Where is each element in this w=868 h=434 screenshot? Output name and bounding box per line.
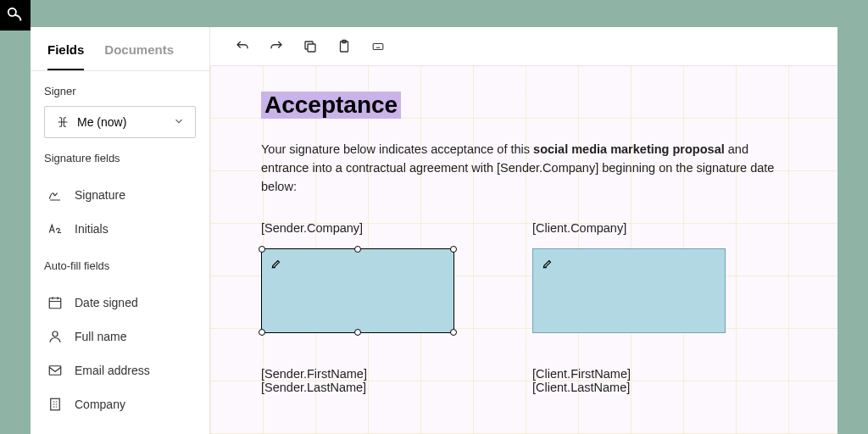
- field-date-signed-label: Date signed: [75, 296, 138, 309]
- field-initials[interactable]: Initials: [37, 212, 203, 246]
- client-name[interactable]: [Client.FirstName] [Client.LastName]: [532, 367, 727, 394]
- autofill-fields-section: Auto-fill fields: [31, 246, 209, 272]
- signature-fields-label: Signature fields: [44, 152, 196, 164]
- document-canvas[interactable]: Acceptance Your signature below indicate…: [210, 66, 837, 434]
- client-signature-col: [Client.Company]: [532, 221, 727, 333]
- signer-value: Me (now): [77, 115, 126, 129]
- paste-button[interactable]: [336, 38, 353, 55]
- field-signature-label: Signature: [75, 188, 125, 202]
- person-icon: [47, 329, 63, 344]
- undo-button[interactable]: [234, 38, 251, 55]
- svg-point-2: [53, 331, 58, 337]
- building-icon: [47, 397, 63, 412]
- field-company-label: Company: [75, 398, 125, 411]
- main-area: Acceptance Your signature below indicate…: [210, 27, 837, 434]
- svg-rect-8: [373, 43, 383, 49]
- sender-signature-field[interactable]: [261, 248, 454, 333]
- tab-documents[interactable]: Documents: [104, 42, 174, 70]
- calendar-icon: [47, 295, 63, 310]
- signature-icon: [47, 187, 63, 203]
- field-full-name-label: Full name: [75, 330, 126, 343]
- para-bold: social media marketing proposal: [533, 142, 725, 156]
- client-company-label[interactable]: [Client.Company]: [532, 221, 727, 235]
- sidebar-tabs: Fields Documents: [31, 27, 209, 71]
- sender-name[interactable]: [Sender.FirstName] [Sender.LastName]: [261, 367, 456, 394]
- document-content: Acceptance Your signature below indicate…: [210, 66, 837, 394]
- name-row: [Sender.FirstName] [Sender.LastName] [Cl…: [261, 367, 787, 394]
- svg-rect-4: [51, 398, 60, 410]
- sidebar: Fields Documents Signer Me (now) Signatu…: [31, 27, 210, 434]
- sender-company-label[interactable]: [Sender.Company]: [261, 221, 456, 235]
- app-window: Fields Documents Signer Me (now) Signatu…: [31, 27, 837, 434]
- doc-paragraph[interactable]: Your signature below indicates acceptanc…: [261, 141, 787, 196]
- field-signature[interactable]: Signature: [37, 178, 203, 212]
- envelope-icon: [47, 363, 63, 378]
- svg-point-0: [8, 8, 16, 16]
- signature-row: [Sender.Company]: [261, 221, 787, 333]
- signer-section: Signer Me (now): [31, 71, 209, 138]
- copy-button[interactable]: [302, 38, 319, 55]
- brand-logo: [0, 0, 31, 31]
- sender-signature-col: [Sender.Company]: [261, 221, 456, 333]
- keyboard-button[interactable]: [370, 38, 387, 55]
- chevron-down-icon: [173, 115, 185, 130]
- initials-icon: [47, 221, 63, 236]
- field-company[interactable]: Company: [37, 387, 203, 421]
- para-pre: Your signature below indicates acceptanc…: [261, 142, 533, 156]
- resize-handle[interactable]: [259, 329, 265, 336]
- autofill-fields-label: Auto-fill fields: [44, 259, 196, 272]
- signer-dropdown[interactable]: Me (now): [44, 106, 196, 138]
- resize-handle[interactable]: [354, 246, 361, 253]
- field-initials-label: Initials: [75, 222, 108, 236]
- svg-rect-5: [308, 44, 315, 52]
- signature-fields-section: Signature fields: [31, 138, 209, 164]
- cursor-text-icon: [55, 114, 70, 130]
- signer-label: Signer: [44, 85, 196, 97]
- tab-fields[interactable]: Fields: [47, 42, 84, 70]
- svg-rect-3: [49, 366, 61, 376]
- field-email-address-label: Email address: [75, 364, 150, 377]
- resize-handle[interactable]: [450, 246, 457, 253]
- field-date-signed[interactable]: Date signed: [37, 286, 203, 320]
- field-full-name[interactable]: Full name: [37, 320, 203, 353]
- doc-title[interactable]: Acceptance: [261, 92, 401, 119]
- resize-handle[interactable]: [354, 329, 361, 336]
- svg-rect-1: [49, 298, 61, 309]
- field-email-address[interactable]: Email address: [37, 353, 203, 387]
- redo-button[interactable]: [268, 38, 285, 55]
- client-signature-field[interactable]: [532, 248, 726, 333]
- pen-icon: [542, 258, 554, 272]
- resize-handle[interactable]: [450, 329, 457, 336]
- pen-icon: [270, 258, 282, 272]
- toolbar: [210, 27, 837, 66]
- resize-handle[interactable]: [259, 246, 265, 253]
